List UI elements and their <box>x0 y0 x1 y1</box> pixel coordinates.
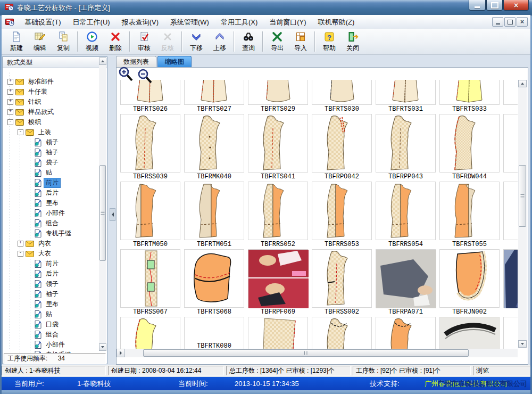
tree-item-口袋[interactable]: 口袋 <box>28 319 61 330</box>
grid-vscrollbar-thumb[interactable] <box>519 165 526 227</box>
tab-thumbnails[interactable]: 缩略图 <box>157 56 192 67</box>
tree-item-大衣[interactable]: -大衣 <box>18 249 53 259</box>
tree-item-前片[interactable]: 前片 <box>28 178 61 188</box>
grid-scroll-right-icon[interactable] <box>117 349 125 357</box>
tree-scrollbar-thumb[interactable] <box>99 165 106 261</box>
tree-item-针织[interactable]: +针织 <box>7 97 43 107</box>
thumbnail-cell[interactable] <box>120 317 180 349</box>
expand-icon[interactable]: + <box>7 79 13 85</box>
tab-data-list[interactable]: 数据列表 <box>116 56 156 67</box>
thumbnail-cell-TBFRTM051[interactable]: TBFRTM051 <box>184 182 244 248</box>
tree-item-样品款式[interactable]: +样品款式 <box>7 107 56 117</box>
minimize-icon[interactable] <box>469 0 486 11</box>
grid-hscrollbar-thumb[interactable] <box>143 349 469 357</box>
thumbnail-cell-TBFRTM050[interactable]: TBFRTM050 <box>120 182 180 248</box>
toolbar-button-导出[interactable]: 导出 <box>266 30 288 53</box>
tree-item-后片[interactable]: 后片 <box>28 188 61 198</box>
tree-item-贴[interactable]: 贴 <box>28 168 54 178</box>
thumbnail-cell[interactable] <box>439 317 500 349</box>
tree-item-领子[interactable]: 领子 <box>28 137 61 147</box>
toolbar-button-下移[interactable]: 下移 <box>185 30 207 53</box>
tree-scroll-down-icon[interactable] <box>99 343 106 351</box>
toolbar-button-导入[interactable]: 导入 <box>289 30 312 53</box>
mdi-restore-icon[interactable] <box>504 17 516 27</box>
tree-item-袖子[interactable]: 袖子 <box>28 147 61 158</box>
tree-item-专机手缝[interactable]: 专机手缝 <box>28 228 73 239</box>
mdi-minimize-icon[interactable] <box>492 17 503 27</box>
thumbnail-cell[interactable] <box>503 249 518 308</box>
toolbar-button-编辑[interactable]: 编辑 <box>29 30 51 53</box>
thumbnail-cell[interactable] <box>312 317 372 349</box>
toolbar-button-帮助[interactable]: ?帮助 <box>318 30 340 53</box>
grid-horizontal-scrollbar[interactable] <box>117 349 518 357</box>
tree-item-贴[interactable]: 贴 <box>28 309 54 319</box>
thumbnail-cell-TBFRPP043[interactable]: TBFRPP043 <box>376 114 436 180</box>
grid-vertical-scrollbar[interactable] <box>518 80 527 348</box>
expand-icon[interactable]: + <box>7 89 13 95</box>
tree-item-前片[interactable]: 前片 <box>28 259 61 269</box>
toolbar-button-删除[interactable]: 删除 <box>104 30 127 53</box>
thumbnail-cell[interactable] <box>376 317 436 349</box>
toolbar-button-新建[interactable]: 新建 <box>5 30 28 53</box>
toolbar-button-视频[interactable]: 视频 <box>81 30 103 53</box>
expand-icon[interactable]: + <box>7 109 13 115</box>
thumbnail-cell-TBFRSS039[interactable]: TBFRSS039 <box>120 114 180 180</box>
thumbnail-cell-TBFRTS027[interactable]: TBFRTS027 <box>184 80 244 113</box>
thumbnail-cell-TBFRTS033[interactable]: TBFRTS033 <box>439 80 500 113</box>
tree-scrollbar[interactable] <box>99 58 106 351</box>
panel-splitter[interactable] <box>107 56 116 364</box>
menu-item[interactable]: 常用工具(X) <box>215 15 263 29</box>
thumbnail-cell-TBFRPO042[interactable]: TBFRPO042 <box>312 114 372 180</box>
zoom-out-icon[interactable] <box>137 68 153 84</box>
grid-scroll-down-icon[interactable] <box>518 340 527 348</box>
tree-item-上装[interactable]: -上装 <box>18 127 53 137</box>
tree-item-小部件[interactable]: 小部件 <box>28 340 67 350</box>
collapse-icon[interactable]: - <box>7 119 13 125</box>
toolbar-button-上移[interactable]: 上移 <box>209 30 231 53</box>
tree-item-后片[interactable]: 后片 <box>28 269 61 279</box>
expand-icon[interactable]: + <box>18 241 23 247</box>
toolbar-button-复制[interactable]: 复制 <box>52 30 74 53</box>
tree-item-袋子[interactable]: 袋子 <box>28 158 61 168</box>
menu-item[interactable]: 系统管理(W) <box>164 15 215 29</box>
zoom-in-icon[interactable] <box>118 66 134 82</box>
menu-item[interactable]: 基础设置(T) <box>19 15 67 29</box>
menu-item[interactable]: 日常工作(U) <box>67 15 116 29</box>
thumbnail-cell-TBFRMK040[interactable]: TBFRMK040 <box>184 114 244 180</box>
menu-item[interactable]: 联机帮助(Z) <box>312 15 361 29</box>
collapse-sidebar-icon[interactable] <box>110 208 115 221</box>
toolbar-button-查询[interactable]: 查询 <box>237 30 260 53</box>
maximize-icon[interactable] <box>486 0 503 11</box>
thumbnail-cell-TBFRST055[interactable]: TBFRST055 <box>439 182 500 248</box>
tree-item-牛仔装[interactable]: +牛仔装 <box>7 87 49 97</box>
mdi-close-icon[interactable]: × <box>517 17 528 27</box>
thumbnail-cell-TBFRPF069[interactable]: TBFRPF069 <box>248 249 308 316</box>
toolbar-button-关闭[interactable]: 关闭 <box>342 30 364 53</box>
thumbnail-cell-TBFRTS030[interactable]: TBFRTS030 <box>312 80 372 113</box>
close-icon[interactable]: × <box>503 0 529 11</box>
tree-item-领子[interactable]: 领子 <box>28 279 61 289</box>
menu-item[interactable]: 当前窗口(Y) <box>263 15 312 29</box>
thumbnail-cell-TBFRTS031[interactable]: TBFRTS031 <box>376 80 436 113</box>
collapse-icon[interactable]: - <box>18 129 23 135</box>
thumbnail-cell-TBFRRS052[interactable]: TBFRRS052 <box>248 182 308 248</box>
grid-scroll-up-icon[interactable] <box>518 80 527 87</box>
toolbar-button-审核[interactable]: 审核 <box>133 30 155 53</box>
thumbnail-cell-TBFRRS053[interactable]: TBFRRS053 <box>312 182 372 248</box>
tree-item-内衣[interactable]: +内衣 <box>18 239 53 249</box>
thumbnail-cell-TBFRTK080[interactable]: TBFRTK080 <box>184 317 244 349</box>
tree-item-里布[interactable]: 里布 <box>28 198 61 208</box>
tree-item-小部件[interactable]: 小部件 <box>28 208 67 218</box>
thumbnail-cell-TBFRDW044[interactable]: TBFRDW044 <box>439 114 500 180</box>
thumbnail-cell[interactable] <box>248 317 308 349</box>
thumbnail-cell-TBFRTS068[interactable]: TBFRTS068 <box>184 249 244 316</box>
thumbnail-cell-TBFRSS067[interactable]: TBFRSS067 <box>120 249 180 316</box>
thumbnail-cell-TBFRPA071[interactable]: TBFRPA071 <box>376 249 436 316</box>
thumbnail-cell-TBFRRS054[interactable]: TBFRRS054 <box>376 182 436 248</box>
collapse-icon[interactable]: - <box>18 251 23 257</box>
tree-scroll-up-icon[interactable] <box>99 58 106 65</box>
tree-item-组合[interactable]: 组合 <box>28 218 61 228</box>
tree-item-组合[interactable]: 组合 <box>28 330 61 340</box>
menu-item[interactable]: 报表查询(V) <box>116 15 164 29</box>
tree-item-袖子[interactable]: 袖子 <box>28 289 61 299</box>
